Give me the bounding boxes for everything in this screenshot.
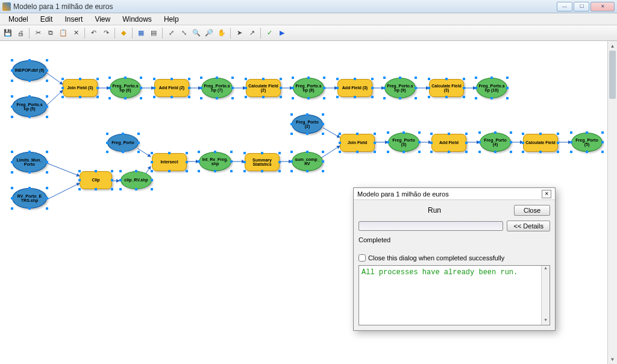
node-calc-field-2[interactable]: Calculate Field (2) xyxy=(246,79,281,97)
node-intersect[interactable]: Intersect xyxy=(152,153,187,171)
connect-icon[interactable]: ↗ xyxy=(246,28,257,39)
status-text: Completed xyxy=(359,236,550,243)
menu-windows[interactable]: Windows xyxy=(116,14,158,25)
maximize-button[interactable]: ☐ xyxy=(574,2,589,11)
redo-icon[interactable]: ↷ xyxy=(101,28,111,39)
menu-model[interactable]: Model xyxy=(2,14,34,25)
select-icon[interactable]: ➤ xyxy=(234,28,245,39)
message-text: All processes have already been run. xyxy=(362,268,518,277)
node-freg-porto-3[interactable]: Freg_Porto (3) xyxy=(388,133,419,152)
run-label: Run xyxy=(359,206,510,215)
dialog-close-icon[interactable]: ✕ xyxy=(542,190,551,198)
node-calc-field[interactable]: Calculate Field xyxy=(523,134,558,152)
node-freg-porto-s5[interactable]: Freg_Porto.s hp (5) xyxy=(12,96,47,117)
run-dialog[interactable]: Modelo para 1 milhão de euros ✕ Run Clos… xyxy=(353,187,556,331)
validate-icon[interactable]: ✓ xyxy=(264,28,275,39)
progress-bar xyxy=(359,221,503,231)
node-freg-porto-s6[interactable]: Freg_Porto.s hp (6) xyxy=(110,78,141,98)
dialog-title: Modelo para 1 milhão de euros xyxy=(357,190,449,198)
close-on-complete-checkbox[interactable]: Close this dialog when completed success… xyxy=(359,254,550,262)
node-int-rv-freg[interactable]: Int_Rv_Freg. shp xyxy=(199,152,231,171)
zoom-in-icon[interactable]: 🔍 xyxy=(191,28,202,39)
app-icon xyxy=(2,2,11,11)
svg-line-12 xyxy=(48,183,80,199)
scroll-thumb[interactable] xyxy=(609,51,616,99)
menu-bar: Model Edit Insert View Windows Help xyxy=(0,13,617,25)
node-freg-porto-2[interactable]: Freg_Porto (2) xyxy=(292,115,323,134)
zoom-actual-icon[interactable]: ⤡ xyxy=(178,28,189,39)
print-icon[interactable]: 🖨 xyxy=(15,28,26,39)
node-freg-porto-s8[interactable]: Freg_Porto.s hp (8) xyxy=(293,78,324,98)
layout-icon[interactable]: ▤ xyxy=(148,28,159,39)
close-button[interactable]: ✕ xyxy=(590,2,615,11)
close-button-dialog[interactable]: Close xyxy=(514,205,550,216)
menu-edit[interactable]: Edit xyxy=(34,14,59,25)
menu-help[interactable]: Help xyxy=(158,14,185,25)
scroll-up-icon[interactable]: ▲ xyxy=(608,41,617,51)
node-freg-porto-5[interactable]: Freg_Porto (5) xyxy=(571,133,603,152)
save-icon[interactable]: 💾 xyxy=(2,28,13,39)
undo-icon[interactable]: ↶ xyxy=(88,28,99,39)
delete-icon[interactable]: ✕ xyxy=(70,28,81,39)
svg-line-11 xyxy=(46,163,80,176)
pan-icon[interactable]: ✋ xyxy=(216,28,227,39)
node-inepop[interactable]: INEPOP.dbf (6) xyxy=(12,60,47,81)
node-clip[interactable]: Clip xyxy=(80,171,112,189)
copy-icon[interactable]: ⧉ xyxy=(45,28,56,39)
svg-line-20 xyxy=(323,128,340,137)
node-freg-porto-4[interactable]: Freg_Porto (4) xyxy=(480,133,511,152)
node-add-field[interactable]: Add Field xyxy=(431,134,466,152)
model-canvas[interactable]: INEPOP.dbf (6) Freg_Porto.s hp (5) Join … xyxy=(0,41,617,364)
node-freg-porto-s10[interactable]: Freg_Porto.s hp (10) xyxy=(476,78,507,98)
message-scrollbar[interactable]: ▲ ▼ xyxy=(541,266,550,325)
checkbox-input[interactable] xyxy=(359,254,366,262)
node-rv-porto-etrs[interactable]: RV_Porto_E TRS.shp xyxy=(12,188,47,209)
paste-icon[interactable]: 📋 xyxy=(58,28,69,39)
svg-line-0 xyxy=(46,72,63,84)
message-box: All processes have already been run. ▲ ▼ xyxy=(359,265,550,325)
cut-icon[interactable]: ✂ xyxy=(33,28,43,39)
node-freg-porto-s7[interactable]: Freg_Porto.s hp (7) xyxy=(201,78,233,98)
run-icon[interactable]: ▶ xyxy=(277,28,287,39)
menu-insert[interactable]: Insert xyxy=(58,14,89,25)
node-summary-stats[interactable]: Summary Statistics xyxy=(245,153,280,171)
node-join-field[interactable]: Join Field xyxy=(340,134,375,152)
minimize-button[interactable]: — xyxy=(557,2,572,11)
node-clip-rv[interactable]: clip_RV.shp xyxy=(121,171,152,189)
svg-line-1 xyxy=(46,90,63,106)
node-join-field-3[interactable]: Join Field (3) xyxy=(63,79,98,97)
details-button[interactable]: << Details xyxy=(507,221,550,231)
add-data-icon[interactable]: ◆ xyxy=(118,28,129,39)
menu-view[interactable]: View xyxy=(89,14,116,25)
dialog-titlebar[interactable]: Modelo para 1 milhão de euros ✕ xyxy=(354,188,555,200)
node-calc-field-3[interactable]: Calculate Field (3) xyxy=(429,79,464,97)
canvas-scrollbar[interactable]: ▲ ▼ xyxy=(607,41,617,364)
window-title: Modelo para 1 milhão de euros xyxy=(13,2,557,11)
node-freg-porto[interactable]: Freg_Porto xyxy=(107,134,139,152)
node-sum-comp-rv[interactable]: sum_comp_ RV xyxy=(292,152,323,171)
node-add-field-3[interactable]: Add Field (3) xyxy=(337,79,372,97)
toolbar: 💾 🖨 ✂ ⧉ 📋 ✕ ↶ ↷ ◆ ▦ ▤ ⤢ ⤡ 🔍 🔎 ✋ ➤ ↗ ✓ ▶ xyxy=(0,25,617,41)
window-titlebar: Modelo para 1 milhão de euros — ☐ ✕ xyxy=(0,0,617,13)
node-add-field-2[interactable]: Add Field (2) xyxy=(154,79,189,97)
zoom-extent-icon[interactable]: ⤢ xyxy=(166,28,177,39)
scroll-down-icon[interactable]: ▼ xyxy=(608,354,617,364)
node-limits-mun[interactable]: Limits_Mun_ Porto xyxy=(12,152,47,172)
grid-icon[interactable]: ▦ xyxy=(136,28,146,39)
node-freg-porto-s9[interactable]: Freg_Porto.s hp (9) xyxy=(384,78,416,98)
checkbox-label: Close this dialog when completed success… xyxy=(368,254,504,262)
zoom-out-icon[interactable]: 🔎 xyxy=(204,28,215,39)
